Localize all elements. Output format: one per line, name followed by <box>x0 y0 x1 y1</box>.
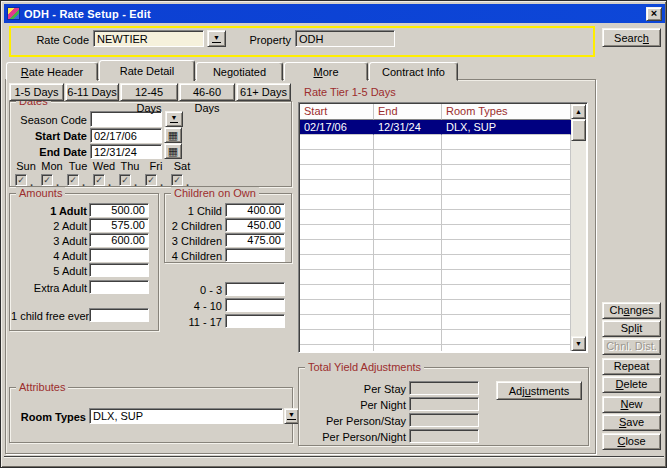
day-tab-1-5-days[interactable]: 1-5 Days <box>9 83 64 101</box>
children-4-input[interactable] <box>225 248 285 262</box>
weekday-checkbox[interactable]: ✓ <box>67 174 79 186</box>
age-range-3-input[interactable] <box>225 314 285 328</box>
cell-empty <box>300 150 374 165</box>
children-2-input[interactable]: 450.00 <box>225 218 285 232</box>
weekday-checkbox[interactable]: ✓ <box>145 174 157 186</box>
amounts-section-title: Amounts <box>16 187 65 199</box>
end-date-calendar-button[interactable]: ▦ <box>164 143 182 159</box>
amount-1-input[interactable]: 500.00 <box>89 203 149 217</box>
table-row-empty[interactable] <box>300 210 571 225</box>
scroll-down-icon[interactable]: ▼ <box>571 336 586 351</box>
split-button[interactable]: Split <box>602 320 661 337</box>
weekday-dot: . <box>82 178 85 186</box>
yield-label: Per Night <box>306 399 406 411</box>
age-range-2-input[interactable] <box>225 298 285 312</box>
cell-empty <box>374 195 442 210</box>
amount-2-input[interactable]: 575.00 <box>89 218 149 232</box>
table-row-empty[interactable] <box>300 165 571 180</box>
season-code-dropdown-button[interactable]: ▼ <box>165 111 183 127</box>
title-bar[interactable]: ODH - Rate Setup - Edit × <box>4 4 665 23</box>
age-range-1-input[interactable] <box>225 282 285 296</box>
table-row-empty[interactable] <box>300 240 571 255</box>
grid-scrollbar[interactable]: ▲ ▼ <box>571 104 586 351</box>
changes-button[interactable]: Changes <box>602 302 661 319</box>
tab-contract-info[interactable]: Contract Info <box>369 62 458 81</box>
end-date-input[interactable]: 12/31/24 <box>90 144 162 159</box>
day-tab-12-45-days[interactable]: 12-45 Days <box>120 83 178 101</box>
amount-4-input[interactable] <box>89 248 149 262</box>
amount-2-label: 2 Adult <box>11 220 87 232</box>
yield-label: Per Person/Stay <box>306 415 406 427</box>
scroll-up-icon[interactable]: ▲ <box>571 104 586 119</box>
tab-rate-detail[interactable]: Rate Detail <box>99 60 195 81</box>
scrollbar-thumb[interactable] <box>571 119 586 141</box>
start-date-input[interactable]: 02/17/06 <box>90 128 162 143</box>
search-button[interactable]: Search <box>602 28 661 47</box>
cell-empty <box>442 135 571 150</box>
tab-strip: Rate HeaderRate DetailNegotiatedMoreCont… <box>6 60 459 81</box>
rate-tier-grid[interactable]: StartEndRoom Types02/17/0612/31/24DLX, S… <box>298 102 588 353</box>
day-tab-6-11-days[interactable]: 6-11 Days <box>65 83 119 101</box>
table-row-empty[interactable] <box>300 255 571 270</box>
cell-empty <box>300 255 374 270</box>
day-tab-46-60-days[interactable]: 46-60 Days <box>179 83 235 101</box>
weekday-checkbox[interactable]: ✓ <box>119 174 131 186</box>
cell-empty <box>300 240 374 255</box>
cell-empty <box>374 315 442 330</box>
weekday-checkbox[interactable]: ✓ <box>41 174 53 186</box>
close-icon[interactable]: × <box>646 7 662 21</box>
save-button[interactable]: Save <box>602 414 661 431</box>
start-date-calendar-button[interactable]: ▦ <box>164 127 182 143</box>
room-types-label: Room Types <box>11 411 86 423</box>
amount-3-input[interactable]: 600.00 <box>89 233 149 247</box>
grid-column-header[interactable]: Start <box>300 104 374 120</box>
room-types-dropdown-button[interactable]: ▼ <box>284 408 299 424</box>
children-1-input[interactable]: 400.00 <box>225 203 285 217</box>
tab-negotiated[interactable]: Negotiated <box>196 62 283 81</box>
close-button[interactable]: Close <box>602 433 661 450</box>
table-row-empty[interactable] <box>300 135 571 150</box>
day-range-tab-strip: 1-5 Days6-11 Days12-45 Days46-60 Days61+… <box>9 83 292 101</box>
children-3-input[interactable]: 475.00 <box>225 233 285 247</box>
cell-empty <box>442 225 571 240</box>
rate-code-dropdown-button[interactable]: ▼ <box>207 30 226 47</box>
table-row-empty[interactable] <box>300 285 571 300</box>
amount-5-input[interactable] <box>89 263 149 277</box>
table-row-empty[interactable] <box>300 180 571 195</box>
table-row-empty[interactable] <box>300 195 571 210</box>
rate-code-input[interactable]: NEWTIER <box>93 30 204 47</box>
table-row-empty[interactable] <box>300 270 571 285</box>
room-types-input[interactable]: DLX, SUP <box>89 408 283 424</box>
repeat-button[interactable]: Repeat <box>602 358 661 375</box>
table-row[interactable]: 02/17/0612/31/24DLX, SUP <box>300 120 571 135</box>
cell-empty <box>442 285 571 300</box>
table-row-empty[interactable] <box>300 345 571 351</box>
grid-column-header[interactable]: End <box>374 104 442 120</box>
table-row-empty[interactable] <box>300 150 571 165</box>
delete-button[interactable]: Delete <box>602 376 661 393</box>
yield-label: Per Stay <box>306 383 406 395</box>
table-row-empty[interactable] <box>300 300 571 315</box>
season-code-label: Season Code <box>11 114 87 126</box>
tab-rate-header[interactable]: Rate Header <box>6 62 98 81</box>
table-row-empty[interactable] <box>300 330 571 345</box>
weekday-checkbox[interactable]: ✓ <box>93 174 105 186</box>
children-4-label: 4 Children <box>164 250 222 262</box>
tab-more[interactable]: More <box>284 62 368 81</box>
child-free-input[interactable] <box>89 308 149 322</box>
cell-empty <box>442 210 571 225</box>
cell-empty <box>442 255 571 270</box>
chevron-down-icon: ▼ <box>170 115 179 123</box>
weekday-checkbox[interactable]: ✓ <box>171 174 183 186</box>
cell-empty <box>442 315 571 330</box>
grid-column-header[interactable]: Room Types <box>442 104 571 120</box>
adjustments-button[interactable]: Adjustments <box>496 381 582 400</box>
table-row-empty[interactable] <box>300 225 571 240</box>
amount-6-input[interactable] <box>89 280 149 294</box>
new-button[interactable]: New <box>602 396 661 413</box>
cell-empty <box>374 330 442 345</box>
table-row-empty[interactable] <box>300 315 571 330</box>
weekday-checkbox[interactable]: ✓ <box>15 174 27 186</box>
cell-empty <box>374 285 442 300</box>
day-tab-61-days[interactable]: 61+ Days <box>236 83 291 101</box>
